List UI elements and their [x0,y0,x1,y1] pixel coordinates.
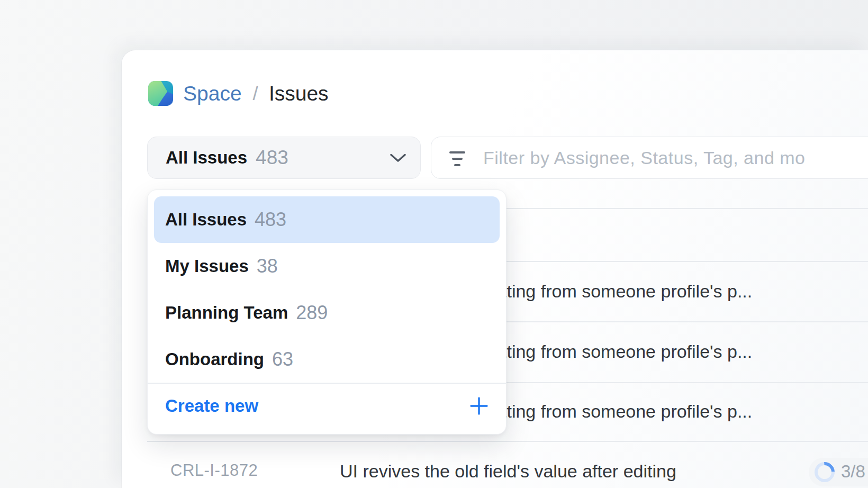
breadcrumb: Space / Issues [148,81,329,106]
issue-row-title[interactable]: tting from someone profile's p... [502,341,752,362]
dropdown-item-label: Planning Team [165,303,288,323]
dropdown-item-label: My Issues [165,256,249,276]
space-logo-icon[interactable] [148,81,173,106]
dropdown-item-planning-team[interactable]: Planning Team 289 [154,290,500,336]
dropdown-item-all-issues[interactable]: All Issues 483 [154,196,500,243]
create-new-button[interactable]: Create new [154,384,500,428]
issue-row-title[interactable]: UI revives the old field's value after e… [340,460,676,482]
dropdown-item-onboarding[interactable]: Onboarding 63 [154,336,500,383]
issue-id[interactable]: CRL-I-1872 [170,462,258,480]
view-selector-label: All Issues [166,148,247,168]
create-new-label: Create new [165,396,258,416]
filter-icon [449,151,465,166]
breadcrumb-current: Issues [269,82,329,105]
chevron-down-icon [390,153,406,163]
view-selector-button[interactable]: All Issues 483 [147,137,421,179]
dropdown-item-count: 63 [272,348,293,370]
dropdown-item-label: Onboarding [165,349,264,369]
dropdown-item-count: 289 [296,302,328,324]
issue-row-title[interactable]: tting from someone profile's p... [502,281,752,302]
dropdown-item-my-issues[interactable]: My Issues 38 [154,243,500,290]
app-window: tting from someone profile's p... tting … [0,0,868,488]
breadcrumb-app-link[interactable]: Space [183,82,242,105]
dropdown-item-count: 483 [255,209,286,231]
dropdown-item-count: 38 [257,255,278,277]
dropdown-item-label: All Issues [165,210,247,230]
view-selector-count: 483 [256,147,288,169]
breadcrumb-separator: / [253,83,258,105]
view-selector-dropdown: All Issues 483 My Issues 38 Planning Tea… [147,189,507,435]
plus-icon [469,396,489,415]
filter-input[interactable] [483,148,868,168]
filter-field[interactable] [431,137,868,179]
progress-count: 3/8 [841,462,865,481]
table-divider [147,441,868,442]
issue-row-title[interactable]: tting from someone profile's p... [502,401,752,422]
